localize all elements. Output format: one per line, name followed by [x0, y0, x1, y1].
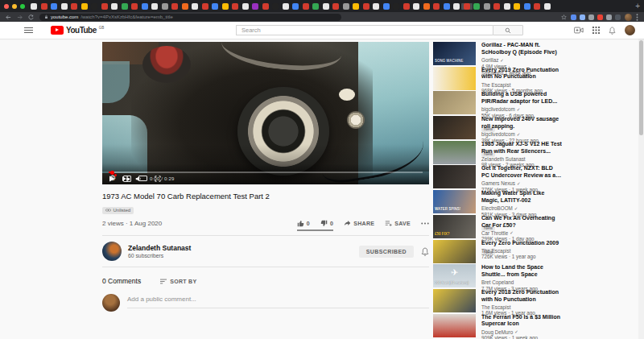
browser-tab[interactable] [162, 3, 168, 10]
browser-tab[interactable] [504, 3, 510, 10]
extension-icon[interactable] [615, 14, 621, 20]
reload-icon[interactable] [28, 14, 34, 20]
video-thumbnail[interactable] [433, 116, 476, 139]
browser-tab[interactable] [332, 3, 339, 10]
browser-tab[interactable] [323, 3, 329, 10]
browser-tab[interactable] [423, 3, 430, 10]
browser-tab[interactable] [544, 3, 551, 10]
related-video-item[interactable]: Every Zero Punctuation 2009The Escapist7… [433, 240, 638, 263]
apps-grid-icon[interactable] [592, 27, 600, 34]
related-video-item[interactable]: Every 2018 Zero Punctuation with No Punc… [433, 289, 638, 312]
browser-tab[interactable] [202, 3, 208, 10]
related-video-title[interactable]: Every 2018 Zero Punctuation with No Punc… [481, 289, 562, 304]
miniplayer-icon[interactable] [123, 176, 131, 182]
related-video-item[interactable]: The Ferrari F50 Is a $3 Million Supercar… [433, 314, 638, 337]
related-video-channel[interactable]: The Escapist [481, 304, 562, 310]
commenter-avatar[interactable] [102, 294, 120, 312]
bookmark-star-icon[interactable] [561, 14, 567, 20]
video-thumbnail[interactable] [433, 141, 476, 164]
window-controls[interactable] [4, 4, 25, 9]
browser-tab[interactable] [91, 3, 97, 10]
search-input[interactable] [236, 25, 493, 35]
browser-tab[interactable] [252, 3, 258, 10]
browser-tab[interactable] [151, 3, 158, 10]
comment-input[interactable]: Add a public comment... [127, 296, 429, 308]
browser-tab[interactable] [444, 3, 450, 10]
related-video-channel[interactable]: Bret Copeland [481, 279, 562, 285]
theater-mode-icon[interactable] [138, 176, 147, 181]
video-thumbnail[interactable]: WATER SPINS! [433, 190, 476, 213]
back-icon[interactable] [6, 14, 11, 20]
related-video-title[interactable]: Every Zero Punctuation 2009 [481, 240, 562, 247]
extension-icon[interactable] [588, 14, 594, 20]
related-video-title[interactable]: The Ferrari F50 Is a $3 Million Supercar… [481, 314, 562, 329]
channel-avatar[interactable] [102, 242, 122, 261]
related-video-title[interactable]: Every 2019 Zero Punctuation with No Punc… [481, 67, 562, 81]
related-video-title[interactable]: Building a USB powered PIR/Radar adaptor… [481, 91, 562, 105]
guide-menu-icon[interactable] [24, 27, 33, 33]
settings-gear-icon[interactable]: ⚙ [109, 175, 116, 182]
browser-tab[interactable] [272, 3, 279, 10]
notifications-bell-icon[interactable] [609, 27, 616, 35]
browser-tab[interactable] [61, 3, 68, 10]
browser-tab[interactable] [464, 3, 470, 10]
subscription-bell-icon[interactable] [421, 247, 429, 256]
window-control-dot[interactable] [20, 4, 25, 9]
fullscreen-icon[interactable] [155, 176, 161, 182]
browser-tab[interactable] [232, 3, 238, 10]
browser-tab[interactable] [122, 3, 128, 10]
related-video-item[interactable]: New improved 240V sausage roll zapping.b… [433, 116, 638, 139]
browser-tab[interactable] [484, 3, 490, 10]
related-video-channel[interactable]: bigclivedotcom✓ [481, 131, 562, 137]
browser-tab[interactable] [343, 3, 349, 10]
browser-tab[interactable] [81, 3, 88, 10]
browser-tab[interactable] [534, 3, 540, 10]
url-bar[interactable]: youtube.com/watch?v=4PxXsKzbHfc&feature=… [39, 14, 341, 21]
related-video-title[interactable]: How to Land the Space Shuttle... from Sp… [481, 264, 562, 279]
search-button[interactable] [493, 25, 523, 35]
video-thumbnail[interactable] [433, 240, 476, 263]
channel-name[interactable]: Zelandeth Sutanast [128, 244, 191, 252]
browser-tab[interactable] [262, 3, 269, 10]
related-video-title[interactable]: 1985 Jaguar XJ-S V12 HE Test Run with Re… [481, 141, 562, 155]
extension-icons[interactable] [571, 14, 621, 20]
related-video-item[interactable]: £50 FIX?Can We Fix An Overheating Car Fo… [433, 215, 638, 238]
video-thumbnail[interactable]: ✈200 feet (61 meters) [433, 264, 476, 287]
extension-icon[interactable] [606, 14, 612, 20]
related-video-title[interactable]: Get It Together, NZXT: BLD PC Undercover… [481, 165, 562, 180]
related-video-channel[interactable]: Car Throttle✓ [481, 230, 562, 236]
browser-tab[interactable] [242, 3, 249, 10]
related-video-channel[interactable]: Gorillaz✓ [481, 57, 562, 63]
browser-tab[interactable] [493, 3, 500, 10]
more-actions-button[interactable] [421, 222, 429, 225]
browser-tab[interactable] [453, 3, 460, 10]
forward-icon[interactable] [17, 14, 23, 20]
browser-tab[interactable] [514, 3, 520, 10]
like-button[interactable]: 0 [297, 220, 310, 227]
video-thumbnail[interactable] [433, 67, 476, 90]
video-player[interactable]: 0:00 / 0:29 ⚙ [102, 42, 429, 184]
window-control-dot[interactable] [12, 4, 17, 9]
window-control-dot[interactable] [4, 4, 9, 9]
subscribed-button[interactable]: SUBSCRIBED [359, 246, 414, 258]
extension-icon[interactable] [597, 14, 603, 20]
related-video-item[interactable]: 1985 Jaguar XJ-S V12 HE Test Run with Re… [433, 141, 638, 164]
related-video-title[interactable]: Gorillaz - PAC-MAN ft. ScHoolboy Q (Epis… [481, 42, 562, 56]
browser-tab[interactable] [171, 3, 178, 10]
browser-tab[interactable] [303, 3, 309, 10]
browser-tab[interactable] [212, 3, 218, 10]
browser-tab[interactable] [222, 3, 229, 10]
browser-tab[interactable] [31, 3, 37, 10]
video-thumbnail[interactable]: £50 FIX? [433, 215, 476, 238]
browser-tab[interactable] [192, 3, 198, 10]
related-video-title[interactable]: Can We Fix An Overheating Car For £50? [481, 215, 562, 229]
browser-tab[interactable] [131, 3, 138, 10]
page-scrollbar[interactable] [638, 39, 644, 339]
related-video-channel[interactable]: Zelandeth Sutanast [481, 156, 562, 162]
video-thumbnail[interactable] [433, 314, 476, 337]
related-video-item[interactable]: Building a USB powered PIR/Radar adaptor… [433, 91, 638, 114]
browser-tab[interactable] [283, 3, 289, 10]
browser-tab[interactable] [312, 3, 319, 10]
browser-profile-avatar[interactable] [625, 14, 632, 21]
related-video-channel[interactable]: bigclivedotcom✓ [481, 106, 562, 112]
